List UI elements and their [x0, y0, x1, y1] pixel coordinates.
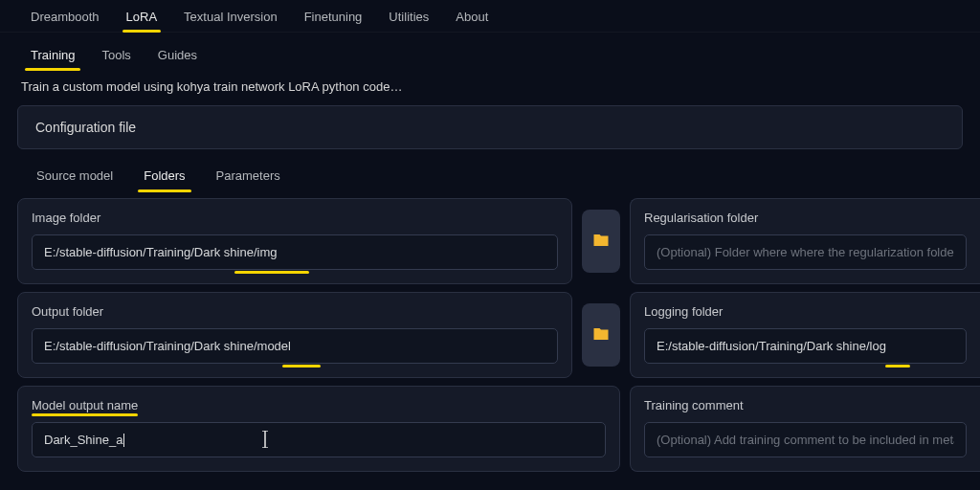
image-folder-label: Image folder — [32, 211, 100, 225]
training-comment-card: Training comment — [630, 386, 980, 472]
subtab-training[interactable]: Training — [17, 38, 88, 70]
model-output-name-input[interactable]: Dark_Shine_a — [32, 422, 606, 457]
output-folder-label: Output folder — [32, 304, 103, 319]
image-folder-card: Image folder — [17, 198, 572, 284]
innertab-source-model[interactable]: Source model — [21, 161, 128, 190]
highlight-marker — [282, 365, 321, 368]
configuration-file-panel[interactable]: Configuration file — [17, 105, 963, 149]
regularisation-folder-label: Regularisation folder — [644, 211, 758, 225]
image-folder-input[interactable] — [32, 234, 558, 270]
logging-folder-input[interactable] — [644, 328, 967, 364]
subtab-guides[interactable]: Guides — [145, 38, 211, 70]
model-output-name-label: Model output name — [32, 398, 138, 412]
top-tabs: Dreambooth LoRA Textual Inversion Finetu… — [0, 0, 980, 33]
training-comment-label: Training comment — [644, 398, 744, 412]
inner-tabs: Source model Folders Parameters — [17, 161, 963, 190]
sub-tabs: Training Tools Guides — [17, 38, 963, 70]
image-folder-browse-button[interactable] — [582, 210, 620, 273]
output-folder-input[interactable] — [32, 328, 558, 364]
tab-lora[interactable]: LoRA — [113, 0, 171, 32]
tab-about[interactable]: About — [442, 0, 501, 32]
tab-dreambooth[interactable]: Dreambooth — [17, 0, 113, 32]
text-caret — [123, 434, 124, 447]
tab-utilities[interactable]: Utilities — [375, 0, 442, 32]
highlight-marker — [885, 365, 910, 368]
logging-folder-label: Logging folder — [644, 304, 723, 319]
output-folder-browse-button[interactable] — [582, 303, 620, 367]
tab-finetuning[interactable]: Finetuning — [291, 0, 376, 32]
innertab-parameters[interactable]: Parameters — [201, 161, 296, 190]
folder-icon — [592, 232, 610, 252]
regularisation-folder-input[interactable] — [644, 234, 967, 270]
innertab-folders[interactable]: Folders — [128, 161, 200, 190]
regularisation-folder-card: Regularisation folder — [630, 198, 980, 284]
subtab-tools[interactable]: Tools — [88, 38, 144, 70]
training-description: Train a custom model using kohya train n… — [17, 70, 963, 105]
output-folder-card: Output folder — [17, 292, 572, 378]
folder-icon — [592, 325, 610, 345]
model-output-name-card: Model output name Dark_Shine_a — [17, 386, 620, 472]
logging-folder-card: Logging folder — [630, 292, 980, 378]
training-comment-input[interactable] — [644, 422, 967, 457]
highlight-marker — [234, 271, 309, 274]
tab-textual-inversion[interactable]: Textual Inversion — [170, 0, 291, 32]
